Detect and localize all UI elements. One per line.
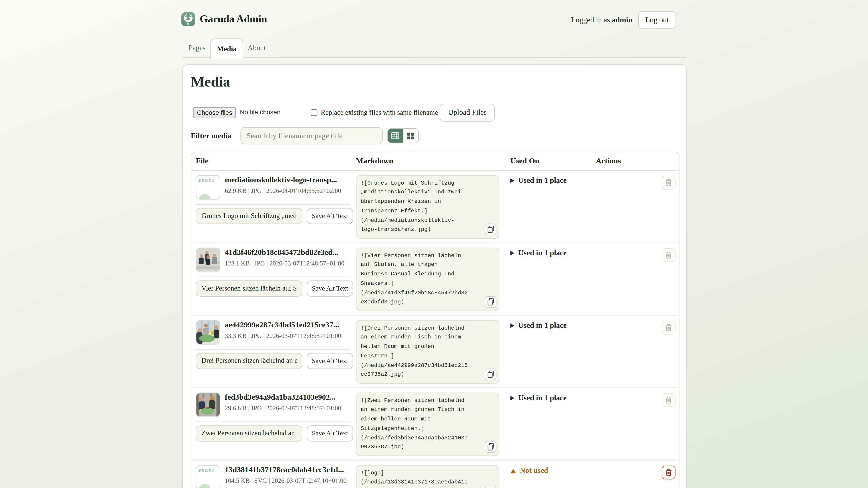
- media-row: ae442999a287c34bd51ed215ce37... 33.3 KB …: [191, 316, 679, 388]
- column-header-actions: Actions: [596, 157, 621, 165]
- app-title: Garuda Admin: [199, 13, 267, 25]
- username: admin: [612, 15, 632, 24]
- upload-files-button[interactable]: Upload Files: [440, 104, 495, 122]
- copy-markdown-button[interactable]: [485, 369, 496, 381]
- markdown-snippet-box: ![Grünes Logo mit Schriftzug „mediations…: [356, 175, 499, 238]
- viewport: Garuda Admin Logged in as admin Log out …: [0, 0, 868, 488]
- used-on-summary[interactable]: Used in 1 place: [510, 176, 566, 185]
- delete-media-button[interactable]: [662, 175, 676, 190]
- markdown-snippet-box: ![Drei Personen sitzen lächelnd an einem…: [356, 320, 499, 384]
- media-row: 41d3f46f20b18c845472bd82e3ed... 123.1 KB…: [191, 243, 679, 316]
- not-used-indicator: Not used: [510, 466, 548, 475]
- media-thumbnail: [196, 320, 220, 345]
- table-header: File Markdown Used On Actions: [191, 152, 679, 170]
- save-alt-text-button[interactable]: Save Alt Text: [307, 281, 353, 297]
- media-thumbnail: [196, 248, 220, 272]
- alt-text-input[interactable]: [196, 281, 302, 297]
- used-on-summary[interactable]: Used in 1 place: [510, 321, 566, 330]
- file-chosen-status: No file chosen: [240, 109, 281, 116]
- media-filename: mediationskollektiv-logo-transp...: [225, 175, 353, 184]
- file-cell-divider: [196, 204, 350, 204]
- used-on-summary[interactable]: Used in 1 place: [510, 249, 566, 258]
- logged-in-text: Logged in as admin: [571, 15, 632, 24]
- media-thumbnail: tionsko: [196, 465, 220, 488]
- warning-triangle-icon: [510, 468, 516, 473]
- tab-about[interactable]: About: [248, 38, 266, 57]
- expand-triangle-icon: [510, 251, 514, 256]
- choose-files-button[interactable]: Choose files: [193, 107, 236, 118]
- media-row: tionsko mediationskollektiv-logo-transp.…: [191, 170, 679, 243]
- copy-markdown-button[interactable]: [485, 486, 496, 488]
- alt-text-input[interactable]: [196, 425, 302, 442]
- markdown-snippet: ![Grünes Logo mit Schriftzug „mediations…: [356, 179, 499, 235]
- media-file-meta: 33.3 KB | JPG | 2026-03-07T12:48:57+01:0…: [225, 332, 341, 339]
- upload-row: Choose files No file chosen Replace exis…: [191, 104, 678, 122]
- copy-icon: [486, 297, 495, 307]
- logout-button[interactable]: Log out: [638, 11, 676, 29]
- alt-text-input[interactable]: [196, 208, 302, 224]
- tab-media[interactable]: Media: [210, 38, 243, 59]
- markdown-snippet-box: ![Vier Personen sitzen lächeln auf Stufe…: [356, 248, 499, 311]
- markdown-snippet: ![logo] (/media/13d38141b37178eae0dab41c…: [356, 468, 499, 488]
- copy-icon: [486, 487, 495, 488]
- column-header-markdown: Markdown: [356, 157, 393, 165]
- grid-view-icon: [407, 132, 415, 140]
- replace-files-checkbox[interactable]: [311, 109, 318, 116]
- media-thumbnail: [196, 392, 220, 417]
- page-title: Media: [191, 74, 230, 90]
- expand-triangle-icon: [510, 323, 514, 328]
- table-view-button[interactable]: [388, 129, 403, 143]
- expand-triangle-icon: [510, 396, 514, 400]
- main-tabs: Pages Media About: [182, 38, 687, 58]
- expand-triangle-icon: [510, 178, 514, 183]
- copy-markdown-button[interactable]: [485, 296, 496, 308]
- tab-pages[interactable]: Pages: [188, 38, 206, 57]
- tabbar-underline: [182, 57, 687, 58]
- replace-files-label: Replace existing files with same filenam…: [321, 109, 438, 117]
- filter-row: Filter media: [191, 127, 678, 145]
- media-file-meta: 29.6 KB | JPG | 2026-03-07T12:48:57+01:0…: [225, 405, 341, 412]
- trash-icon: [664, 323, 673, 332]
- delete-media-button[interactable]: [662, 466, 676, 480]
- markdown-snippet: ![Zwei Personen sitzen lächelnd an einem…: [356, 396, 499, 452]
- save-alt-text-button[interactable]: Save Alt Text: [307, 208, 353, 224]
- file-cell-divider: [196, 276, 350, 277]
- markdown-snippet: ![Vier Personen sitzen lächeln auf Stufe…: [356, 251, 499, 307]
- trash-icon: [664, 396, 673, 404]
- page-background: Garuda Admin Logged in as admin Log out …: [0, 0, 868, 488]
- table-view-icon: [391, 132, 400, 139]
- copy-icon: [486, 442, 495, 452]
- markdown-snippet: ![Drei Personen sitzen lächelnd an einem…: [356, 324, 499, 380]
- delete-media-button[interactable]: [662, 321, 676, 335]
- used-on-summary[interactable]: Used in 1 place: [510, 394, 566, 402]
- search-input[interactable]: [241, 127, 383, 144]
- trash-icon: [664, 251, 673, 259]
- copy-markdown-button[interactable]: [485, 224, 496, 235]
- view-toggle: [387, 128, 419, 143]
- media-filename: 13d38141b37178eae0dab41cc3c1d...: [225, 466, 353, 475]
- media-file-meta: 123.1 KB | JPG | 2026-03-07T12:48:57+01:…: [225, 260, 344, 267]
- column-header-usedon: Used On: [510, 157, 539, 165]
- copy-icon: [486, 370, 495, 379]
- delete-media-button[interactable]: [662, 248, 676, 262]
- save-alt-text-button[interactable]: Save Alt Text: [307, 425, 353, 442]
- media-row: fed3bd3e94a9da1ba324103e902... 29.6 KB |…: [191, 388, 679, 461]
- app-logo-icon: [181, 12, 195, 26]
- media-filename: 41d3f46f20b18c845472bd82e3ed...: [225, 248, 353, 257]
- filter-media-label: Filter media: [191, 131, 232, 140]
- grid-view-button[interactable]: [403, 129, 418, 143]
- save-alt-text-button[interactable]: Save Alt Text: [307, 353, 353, 369]
- media-thumbnail: tionsko: [196, 175, 220, 200]
- copy-icon: [486, 225, 495, 234]
- markdown-snippet-box: ![logo] (/media/13d38141b37178eae0dab41c…: [356, 465, 499, 488]
- alt-text-input[interactable]: [196, 353, 302, 369]
- delete-media-button[interactable]: [662, 393, 676, 407]
- copy-markdown-button[interactable]: [485, 441, 496, 453]
- column-header-file: File: [196, 157, 209, 165]
- media-row: tionsko 13d38141b37178eae0dab41cc3c1d...…: [191, 460, 679, 488]
- media-card: Media Choose files No file chosen Replac…: [182, 64, 687, 488]
- media-filename: fed3bd3e94a9da1ba324103e902...: [225, 393, 353, 402]
- media-file-meta: 104.5 KB | SVG | 2026-03-07T12:47:10+01:…: [225, 477, 346, 484]
- media-filename: ae442999a287c34bd51ed215ce37...: [225, 321, 353, 329]
- markdown-snippet-box: ![Zwei Personen sitzen lächelnd an einem…: [356, 392, 499, 456]
